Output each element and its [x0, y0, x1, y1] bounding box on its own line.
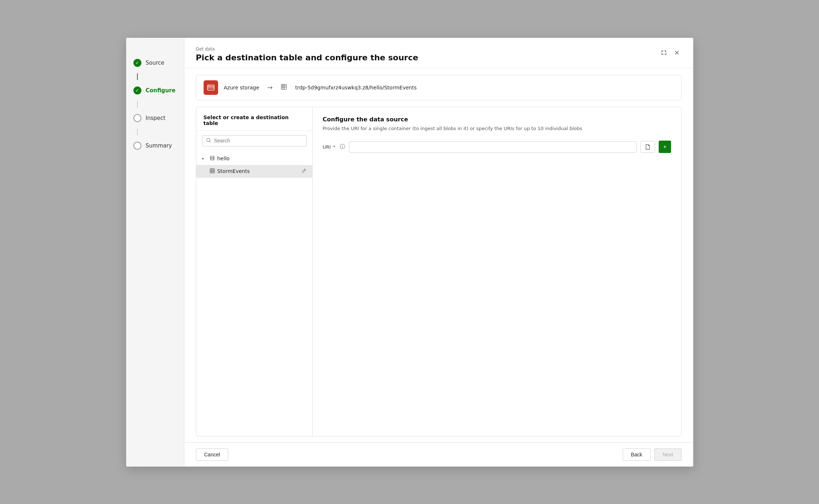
chevron-down-icon: ▾ [202, 157, 207, 161]
required-star: * [333, 144, 336, 150]
info-svg-icon [340, 144, 345, 149]
search-svg-icon [206, 138, 211, 143]
pencil-icon [301, 168, 306, 173]
configure-step-label: Configure [146, 87, 176, 94]
sidebar-item-source[interactable]: Source [126, 52, 184, 73]
uri-field-row: URI * [323, 141, 671, 153]
destination-table-icon [281, 84, 287, 92]
arrow-icon: → [267, 84, 273, 91]
modal: Source ✓ Configure Inspect Summary [126, 38, 693, 467]
next-button[interactable]: Next [654, 448, 682, 461]
tree-container: ▾ hello [196, 151, 312, 436]
left-pane: Select or create a destination table [196, 107, 313, 436]
svg-rect-0 [208, 85, 214, 90]
back-button[interactable]: Back [623, 448, 651, 461]
search-icon [206, 138, 211, 144]
table-icon [209, 168, 215, 175]
source-step-circle [133, 59, 141, 67]
svg-point-1 [208, 85, 209, 86]
file-browse-button[interactable] [641, 141, 655, 153]
sidebar-item-configure[interactable]: ✓ Configure [126, 80, 184, 101]
right-pane: Configure the data source Provide the UR… [313, 107, 681, 436]
configure-step-circle: ✓ [133, 86, 141, 94]
edit-icon[interactable] [301, 168, 306, 174]
header-actions [659, 48, 682, 57]
connector-2 [137, 101, 138, 108]
info-icon[interactable] [340, 144, 345, 150]
source-step-label: Source [146, 60, 165, 66]
configure-check-icon: ✓ [135, 88, 139, 93]
get-data-subtitle: Get data [196, 47, 418, 52]
config-title: Configure the data source [323, 116, 671, 123]
inspect-step-label: Inspect [146, 115, 166, 121]
database-tree-item[interactable]: ▾ hello [196, 152, 312, 165]
summary-step-circle [133, 142, 141, 150]
svg-point-5 [210, 156, 214, 157]
database-icon [209, 155, 215, 162]
left-pane-header: Select or create a destination table [196, 107, 312, 131]
close-button[interactable] [672, 48, 682, 57]
header: Get data Pick a destination table and co… [184, 38, 693, 68]
source-check-icon [135, 60, 139, 65]
source-name-label: Azure storage [224, 85, 260, 90]
summary-step-label: Summary [146, 142, 172, 149]
svg-rect-3 [281, 84, 286, 89]
inspect-step-circle [133, 114, 141, 122]
database-name-label: hello [217, 156, 230, 161]
svg-point-8 [342, 145, 342, 145]
azure-storage-icon [204, 80, 218, 95]
search-box[interactable] [202, 135, 306, 146]
main-content: Get data Pick a destination table and co… [184, 38, 693, 467]
destination-path-label: trdp-5d9gmufxrz4uswkq3.z8/hello/StormEve… [295, 85, 417, 90]
source-banner: Azure storage → trdp-5d9gmufxrz4uswkq3.z… [196, 75, 682, 100]
two-pane-container: Select or create a destination table [196, 107, 682, 436]
modal-overlay: Source ✓ Configure Inspect Summary [0, 0, 819, 504]
uri-input[interactable] [349, 141, 637, 153]
cancel-button[interactable]: Cancel [196, 448, 229, 461]
config-description: Provide the URI for a single container (… [323, 125, 671, 132]
footer: Cancel Back Next [184, 442, 693, 467]
sidebar-item-summary[interactable]: Summary [126, 135, 184, 156]
file-icon [645, 144, 651, 150]
page-title: Pick a destination table and configure t… [196, 53, 418, 62]
table-tree-item[interactable]: StormEvents [196, 165, 312, 178]
connector-3 [137, 129, 138, 135]
db-svg-icon [209, 155, 215, 161]
storage-svg-icon [206, 83, 215, 92]
sidebar: Source ✓ Configure Inspect Summary [126, 38, 184, 467]
table-name-label: StormEvents [217, 168, 250, 174]
footer-left: Cancel [196, 448, 229, 461]
close-icon [674, 49, 680, 56]
footer-right: Back Next [623, 448, 682, 461]
plus-icon [663, 144, 667, 150]
svg-point-2 [209, 85, 210, 86]
sidebar-item-inspect[interactable]: Inspect [126, 108, 184, 129]
table-grid-icon [281, 84, 287, 90]
expand-icon [661, 49, 667, 56]
table-svg-icon [209, 168, 215, 174]
add-uri-button[interactable] [659, 141, 671, 153]
connector-1 [137, 73, 138, 80]
svg-rect-6 [210, 169, 214, 173]
search-input[interactable] [214, 138, 302, 144]
expand-button[interactable] [659, 48, 669, 57]
header-title-block: Get data Pick a destination table and co… [196, 47, 418, 62]
uri-label: URI * [323, 144, 336, 150]
